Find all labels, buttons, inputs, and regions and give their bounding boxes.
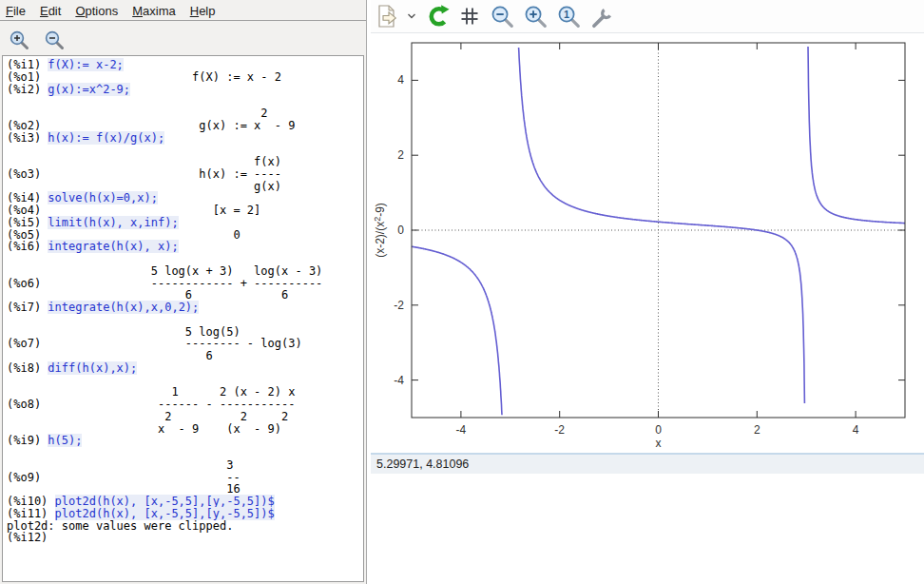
zoom-out-button[interactable] — [490, 3, 514, 29]
plot-toolbar: 1 — [371, 0, 924, 33]
console-line: (%i5) limit(h(x), x,inf); — [7, 217, 363, 229]
zoom-in-button[interactable] — [8, 29, 30, 51]
gnuplot-window: 1 -4-2024-4-2024x(x-2)/(x2-9) 5.29971, 4… — [371, 0, 924, 473]
x-tick-label: -4 — [456, 423, 467, 437]
input-prompt: (%i11) — [7, 507, 55, 520]
grid-toggle-button[interactable] — [458, 3, 481, 29]
x-tick-label: 2 — [754, 423, 760, 437]
menu-help[interactable]: Help — [190, 4, 216, 18]
y-tick-label: 4 — [397, 73, 404, 87]
menu-edit[interactable]: Edit — [40, 4, 61, 18]
console-line — [7, 447, 363, 459]
y-tick-label: 0 — [397, 224, 404, 237]
settings-button[interactable] — [589, 3, 614, 29]
input-expression: diff(h(x),x); — [48, 361, 137, 375]
export-menu-button[interactable] — [407, 3, 416, 29]
console-line: (%i2) g(x):=x^2-9; — [7, 84, 363, 96]
export-button[interactable] — [375, 3, 398, 29]
menu-maxima[interactable]: Maxima — [132, 4, 176, 18]
console-line: 3 — [7, 459, 363, 472]
zoom-out-button[interactable] — [43, 29, 66, 51]
console-line: f(x) — [7, 156, 363, 168]
x-axis-label: x — [656, 437, 662, 450]
x-tick-label: 0 — [655, 423, 662, 437]
zoom-in-button[interactable] — [523, 3, 548, 29]
menu-file[interactable]: File — [6, 4, 26, 18]
console-line: (%i10) plot2d(h(x), [x,-5,5],[y,-5,5])$ — [7, 496, 363, 508]
console-line — [7, 253, 363, 265]
x-tick-label: 4 — [853, 423, 859, 437]
console-line: (%i1) f(X):= x-2; — [7, 59, 363, 71]
input-prompt: (%i1) — [7, 58, 48, 71]
console-line: (%i6) integrate(h(x), x); — [7, 241, 363, 253]
menubar: FileEditOptionsMaximaHelp — [0, 0, 366, 21]
x-tick-label: -2 — [554, 423, 565, 437]
export-document-icon — [375, 4, 398, 29]
input-prompt: (%i5) — [7, 216, 48, 229]
console-line: 6 — [7, 350, 363, 362]
refresh-icon — [425, 4, 450, 29]
replot-button[interactable] — [425, 3, 450, 29]
console-line: (%i9) h(5); — [7, 435, 363, 447]
function-plot: -4-2024-4-2024x(x-2)/(x2-9) — [371, 33, 924, 453]
input-prompt: (%i7) — [7, 301, 48, 314]
input-prompt: (%i12) — [7, 531, 55, 544]
y-tick-label: -2 — [394, 299, 404, 312]
input-expression: plot2d(h(x), [x,-5,5],[y,-5,5])$ — [55, 495, 275, 508]
plot-canvas[interactable]: -4-2024-4-2024x(x-2)/(x2-9) — [371, 33, 924, 453]
status-bar: 5.29971, 4.81096 — [371, 453, 924, 474]
input-expression: h(5); — [48, 434, 82, 447]
console-toolbar — [0, 21, 366, 57]
svg-text:1: 1 — [564, 9, 569, 20]
wrench-icon — [589, 4, 614, 29]
cursor-coordinates: 5.29971, 4.81096 — [376, 457, 469, 471]
menu-options[interactable]: Options — [75, 4, 118, 18]
console-line — [7, 314, 363, 326]
console-line: (%o3) h(x) := ---- — [7, 168, 363, 181]
magnifier-plus-icon — [9, 29, 29, 50]
console-line: (%o4) [x = 2] — [7, 204, 363, 217]
console-line: 2 2 2 — [7, 411, 363, 423]
console-line: (%i8) diff(h(x),x); — [7, 362, 363, 375]
console-line: (%o8) ------ - ----------- — [7, 399, 363, 411]
input-expression: h(x):= f(x)/g(x); — [48, 131, 164, 145]
console-line: (%i11) plot2d(h(x), [x,-5,5],[y,-5,5])$ — [7, 508, 363, 520]
input-expression: f(X):= x-2; — [48, 58, 123, 71]
zoom-reset-button[interactable]: 1 — [556, 3, 581, 29]
magnifier-minus-icon — [490, 4, 514, 29]
console-line: (%i12) — [7, 532, 363, 544]
chevron-down-icon — [407, 12, 416, 20]
input-expression: g(x):=x^2-9; — [48, 83, 130, 96]
console-text-area[interactable]: (%i1) f(X):= x-2;(%o1) f(X) := x - 2(%i2… — [2, 55, 364, 582]
input-expression: limit(h(x), x,inf); — [48, 216, 178, 229]
magnifier-plus-icon — [523, 4, 548, 29]
console-line: (%i7) integrate(h(x),x,0,2); — [7, 302, 363, 314]
input-prompt: (%i8) — [7, 361, 48, 375]
magnifier-one-icon: 1 — [556, 4, 581, 29]
console-line: (%i3) h(x):= f(x)/g(x); — [7, 132, 363, 145]
y-tick-label: -4 — [394, 374, 404, 387]
console-line: 5 log(x + 3) log(x - 3) — [7, 265, 363, 278]
console-line: (%o1) f(X) := x - 2 — [7, 71, 363, 84]
console-line: plot2d: some values were clipped. — [7, 520, 363, 533]
input-expression: integrate(h(x),x,0,2); — [48, 301, 199, 314]
y-tick-label: 2 — [397, 148, 404, 162]
input-expression: integrate(h(x), x); — [48, 240, 178, 253]
maxima-console-window: FileEditOptionsMaximaHelp (%i1) f(X):= x… — [0, 0, 367, 584]
input-expression: plot2d(h(x), [x,-5,5],[y,-5,5])$ — [55, 507, 275, 520]
y-axis-label: (x-2)/(x2-9) — [373, 203, 387, 258]
grid-icon — [458, 5, 481, 28]
console-line: (%o2) g(x) := x - 9 — [7, 120, 363, 132]
magnifier-minus-icon — [44, 29, 65, 50]
console-line: 2 — [7, 107, 363, 120]
